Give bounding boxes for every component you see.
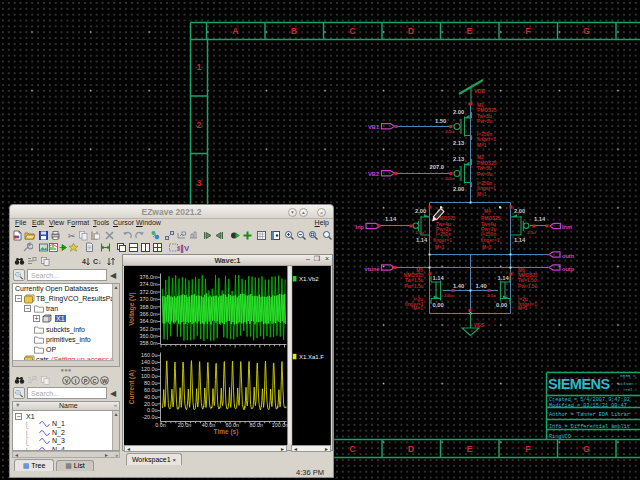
svg-text:X1.Xa1.F: X1.Xa1.F [299,354,324,360]
svg-text:60.0u: 60.0u [144,387,158,393]
svg-text:V: V [65,378,69,384]
svg-text:376.0m: 376.0m [140,274,158,280]
svg-text:Current (A): Current (A) [128,370,136,404]
svg-text:Wilson: Wilson [618,381,634,386]
svg-text:M=1: M=1 [435,245,445,250]
svg-text:C: C [349,444,356,454]
svg-text:20.0u: 20.0u [144,401,158,407]
svg-text:370.0m: 370.0m [140,296,158,302]
svg-text:120.0u: 120.0u [141,366,158,372]
svg-text:M=1: M=1 [477,192,487,197]
svg-text:1: 1 [197,62,202,72]
svg-text:D: D [408,444,414,454]
svg-text:Info = Differential amplit: Info = Differential amplit [549,424,630,430]
svg-text:finger=1: finger=1 [481,238,500,243]
svg-text:Pw=1.5u: Pw=1.5u [518,284,537,289]
svg-text:3: 3 [197,178,202,188]
svg-text:140.0u: 140.0u [141,359,158,365]
svg-text:M=1: M=1 [482,245,492,250]
svg-text:2.00: 2.00 [453,109,464,115]
svg-text:-20.0u: -20.0u [142,414,157,420]
svg-text:2.5u: 2.5u [444,293,453,298]
svg-text:20.0n: 20.0n [178,422,192,428]
svg-text:2.5u: 2.5u [487,293,496,298]
svg-text:finger=1: finger=1 [433,238,452,243]
svg-text:E: E [467,26,473,36]
svg-text:A: A [232,26,239,36]
svg-text:M1: M1 [477,103,484,108]
svg-text:PMOS25: PMOS25 [477,108,497,113]
svg-text:2.00: 2.00 [453,186,464,192]
svg-text:2.13: 2.13 [453,140,465,146]
svg-text:2.5u: 2.5u [445,176,454,181]
svg-text:160.0u: 160.0u [141,352,158,358]
svg-text:1.14: 1.14 [416,237,428,243]
svg-text:358.0m: 358.0m [140,340,158,346]
svg-text:VDD: VDD [474,88,485,94]
svg-text:vtune: vtune [365,266,380,272]
svg-text:VB1: VB1 [368,124,379,130]
svg-text:8005 S: 8005 S [620,373,636,378]
svg-text:80.0u: 80.0u [144,380,158,386]
svg-text:SIEMENS: SIEMENS [548,376,611,392]
svg-text:l=250n: l=250n [477,181,492,186]
svg-text:NMOS25: NMOS25 [518,273,538,278]
svg-text:374.0m: 374.0m [140,281,158,287]
svg-text:VB2: VB2 [368,171,379,177]
svg-text:364.0m: 364.0m [140,318,158,324]
svg-text:360.0m: 360.0m [140,333,158,339]
svg-text:outn: outn [562,253,575,259]
svg-text:F: F [525,444,531,454]
svg-text:2.5u: 2.5u [527,230,536,235]
svg-text:1.14: 1.14 [385,216,397,222]
svg-text:outp: outp [562,266,575,272]
svg-text:Inp: Inp [356,224,365,230]
svg-text:207.0: 207.0 [430,164,445,170]
svg-text:40.0u: 40.0u [144,394,158,400]
svg-text:2.00: 2.00 [514,208,525,214]
svg-text:M=1: M=1 [477,143,487,148]
svg-text:X1.Vb2: X1.Vb2 [299,276,319,282]
svg-text:0.00: 0.00 [433,302,444,308]
svg-text:0.00: 0.00 [496,302,507,308]
svg-text:4: 4 [82,258,86,265]
svg-text:0.0n: 0.0n [155,422,166,428]
svg-text:0.0u: 0.0u [147,407,158,413]
svg-text:2: 2 [197,120,202,130]
svg-text:E: E [467,444,473,454]
svg-text:C↓: C↓ [93,258,102,265]
svg-text:80.0n: 80.0n [249,422,263,428]
svg-text:1.14: 1.14 [534,216,546,222]
svg-text:C: C [93,378,97,384]
svg-text:W: W [102,378,108,384]
svg-text:Modified = 03/15/21 09:47: Modified = 03/15/21 09:47 [549,403,627,409]
svg-text:NMOS25: NMOS25 [404,273,424,278]
svg-text:100.0n: 100.0n [272,422,289,428]
svg-text:G: G [583,444,590,454]
svg-text:100.0u: 100.0u [141,373,158,379]
svg-text:1.50: 1.50 [435,118,446,124]
svg-text:Pw=5u: Pw=5u [477,172,492,177]
svg-text:2.13: 2.13 [453,156,465,162]
svg-text:I∥V: I∥V [178,244,189,254]
svg-text:Inm: Inm [562,224,572,230]
svg-text:Tel.: Tel. [625,387,635,392]
svg-text:362.0m: 362.0m [140,326,158,332]
svg-text:2.00: 2.00 [415,208,426,214]
svg-text:1.40: 1.40 [453,283,464,289]
svg-text:1.40: 1.40 [476,283,487,289]
svg-text:l=250n: l=250n [481,232,496,237]
svg-text:2.5u: 2.5u [445,129,454,134]
svg-text:M=1: M=1 [518,306,528,311]
svg-text:finger=1: finger=1 [477,186,496,191]
svg-text:l=250n: l=250n [436,232,451,237]
svg-text:372.0m: 372.0m [140,289,158,295]
svg-text:PMOS25: PMOS25 [477,161,497,166]
svg-text:Tw=5u: Tw=5u [477,114,492,119]
svg-text:G: G [583,26,590,36]
svg-text:M4: M4 [484,209,491,214]
svg-text:I: I [75,378,77,384]
svg-text:Author = Tanner EDA Librar: Author = Tanner EDA Librar [549,412,630,418]
svg-text:Pw=1.5u: Pw=1.5u [404,284,423,289]
svg-text:✂: ✂ [68,231,76,241]
